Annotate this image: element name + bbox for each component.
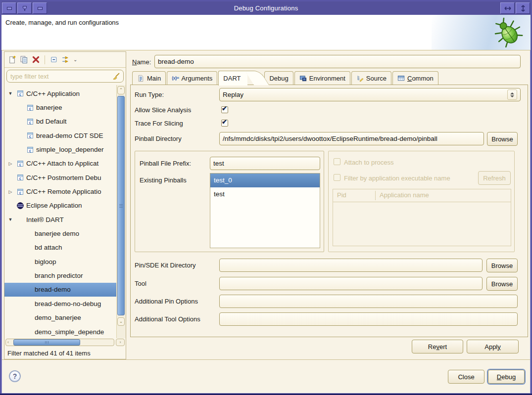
configuration-tree: ▼C/C++ Application banerjee bd Default b… [4, 85, 116, 338]
combo-spinner-icon[interactable] [507, 89, 517, 100]
debug-button[interactable]: Debug [488, 370, 525, 384]
filter-configurations-button[interactable] [61, 55, 70, 64]
pinball-file-prefix-input[interactable] [210, 157, 320, 170]
tree-item-demo-simple-dependency[interactable]: demo_simple_depende [4, 325, 116, 338]
tool-browse-button[interactable]: Browse [486, 277, 518, 291]
tab-debug[interactable]: Debug [264, 71, 293, 85]
window-resize-vertical-button[interactable] [516, 2, 530, 14]
collapse-all-button[interactable] [49, 55, 58, 64]
dash-icon [36, 4, 44, 12]
pinball-directory-label: Pinball Directory [135, 135, 182, 142]
c-application-icon [26, 132, 34, 139]
clear-filter-broom-icon[interactable] [112, 72, 120, 81]
window-minimize-button[interactable] [33, 2, 47, 14]
additional-tool-options-label: Additional Tool Options [135, 315, 200, 323]
list-item-test[interactable]: test [210, 187, 320, 201]
tab-arguments[interactable]: (x)=Arguments [167, 71, 217, 85]
process-table: Pid Application name [333, 189, 511, 246]
tree-vertical-scrollbar[interactable]: ⌃ ⌄ [116, 85, 126, 338]
c-application-icon [26, 104, 34, 112]
apply-button[interactable]: Apply [467, 340, 519, 353]
pinball-directory-browse-button[interactable]: Browse [487, 132, 518, 146]
tool-input[interactable] [219, 277, 483, 290]
window-pin-button[interactable] [17, 2, 32, 14]
tree-item-bread-demo-selected[interactable]: bread-demo [4, 283, 116, 297]
tree-item-bd-attach[interactable]: bd attach [4, 241, 116, 255]
existing-pinballs-label: Existing Pinballs [140, 176, 187, 184]
tree-item-cpp-remote[interactable]: ▷C/C++ Remote Applicatio [4, 184, 116, 198]
dash-icon [5, 4, 13, 12]
tab-environment[interactable]: Environment [294, 71, 350, 85]
tree-item-branch-predictor[interactable]: branch predictor [4, 268, 116, 282]
scroll-left-arrow[interactable]: ‹ [7, 339, 9, 346]
pinball-group: Pinball File Prefix: Existing Pinballs t… [135, 151, 324, 252]
allow-slice-analysis-checkbox[interactable] [221, 106, 228, 113]
close-button[interactable]: Close [448, 370, 484, 384]
name-input[interactable] [154, 55, 521, 68]
tab-source[interactable]: Source [351, 71, 391, 85]
delete-configuration-button[interactable] [32, 55, 40, 64]
c-application-icon [16, 160, 24, 168]
tree-horizontal-scrollbar[interactable]: ‹ [5, 339, 114, 346]
additional-tool-options-input[interactable] [219, 312, 518, 326]
additional-pin-options-input[interactable] [219, 295, 518, 308]
scroll-up-arrow[interactable]: ⌃ [117, 86, 125, 94]
list-item-test-0[interactable]: test_0 [210, 174, 320, 187]
collapsed-arrow-icon[interactable]: ▷ [7, 189, 13, 194]
pin-sde-kit-directory-input[interactable] [219, 259, 483, 272]
horizontal-arrows-icon [504, 4, 512, 12]
toolbar-dropdown-chevron-icon[interactable]: ⌄ [73, 57, 77, 62]
tree-item-bd-default[interactable]: bd Default [4, 115, 116, 129]
window-menu-button[interactable] [2, 2, 16, 14]
horizontal-scrollbar-thumb[interactable] [13, 339, 80, 346]
trace-for-slicing-checkbox[interactable] [221, 120, 228, 127]
toolbar-separator [45, 55, 45, 64]
pin-sde-browse-button[interactable]: Browse [486, 259, 518, 272]
process-table-header: Pid Application name [333, 189, 511, 202]
tree-item-bigloop[interactable]: bigloop [4, 255, 116, 268]
source-tab-icon [356, 75, 364, 82]
tree-item-bread-demo-no-debug[interactable]: bread-demo-no-debug [4, 297, 116, 310]
c-application-icon [16, 188, 24, 196]
duplicate-configuration-button[interactable] [20, 55, 28, 64]
revert-button[interactable]: Revert [412, 340, 463, 353]
c-application-icon [16, 174, 24, 181]
sidebar: ⌄ ▼C/C++ Application banerjee bd Default… [4, 51, 126, 359]
window-title: Debug Configurations [234, 4, 298, 12]
tree-item-banerjee[interactable]: banerjee [4, 100, 116, 114]
tree-item-eclipse-application[interactable]: Eclipse Application [4, 199, 116, 213]
scroll-down-arrow[interactable]: ⌄ [117, 317, 125, 326]
collapsed-arrow-icon[interactable]: ▷ [7, 161, 13, 166]
scroll-right-arrow[interactable]: › [116, 339, 125, 346]
vertical-scrollbar-thumb[interactable] [117, 96, 125, 315]
tree-item-cpp-attach[interactable]: ▷C/C++ Attach to Applicat [4, 157, 116, 171]
tab-common[interactable]: Common [392, 71, 438, 85]
tree-item-intel-dart[interactable]: ▼Intel® DART [4, 213, 116, 226]
tab-bar: Main (x)=Arguments DART Debug Environmen… [132, 71, 439, 86]
pinball-directory-input[interactable] [219, 132, 484, 145]
tree-item-cpp-postmortem[interactable]: C/C++ Postmortem Debu [4, 171, 116, 184]
expand-arrow-icon[interactable]: ▼ [7, 91, 13, 96]
debug-configurations-window: Debug Configurations Create, manage, and… [0, 0, 532, 395]
c-application-icon [26, 146, 34, 154]
tree-item-banerjee-demo[interactable]: banerjee demo [4, 226, 116, 240]
tab-main[interactable]: Main [132, 71, 166, 85]
trace-for-slicing-label: Trace For Slicing [135, 120, 183, 127]
window-resize-horizontal-button[interactable] [500, 2, 515, 14]
tree-item-simple-loop-dependency[interactable]: simple_loop_depender [4, 142, 116, 156]
run-type-select[interactable]: Replay [219, 88, 521, 101]
footer-separator [2, 359, 530, 360]
tab-dart[interactable]: DART [218, 71, 247, 86]
existing-pinballs-list[interactable]: test_0 test [210, 173, 320, 248]
main-tab-icon [137, 75, 145, 82]
help-button[interactable]: ? [9, 370, 21, 382]
tree-item-bread-demo-cdt-sde[interactable]: bread-demo CDT SDE [4, 129, 116, 142]
attach-to-process-label: Attach to process [344, 159, 393, 166]
new-configuration-button[interactable] [8, 55, 16, 64]
tree-item-cpp-application[interactable]: ▼C/C++ Application [4, 87, 116, 100]
expand-arrow-icon[interactable]: ▼ [7, 217, 13, 222]
environment-tab-icon [299, 75, 307, 82]
eclipse-icon [16, 202, 24, 210]
tree-item-demo-banerjee[interactable]: demo_banerjee [4, 311, 116, 325]
filter-input[interactable] [7, 73, 112, 80]
